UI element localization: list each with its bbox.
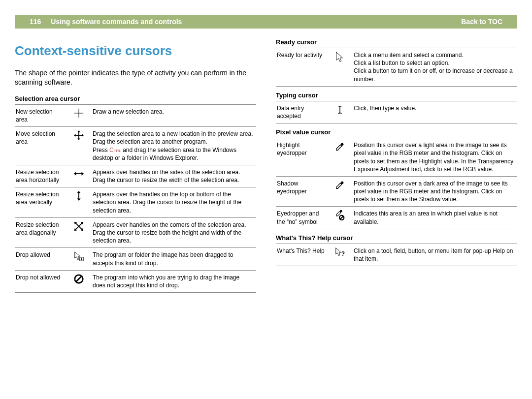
cursor-icon-cell [329, 101, 353, 123]
section-heading: What's This? Help cursor [276, 234, 517, 242]
section-heading: Selection area cursor [15, 95, 256, 102]
cursor-icon-cell [329, 138, 353, 177]
table-row: Highlight eyedropperPosition this cursor… [276, 138, 517, 177]
table-row: Eyedropper and the “no” symbolIndicates … [276, 207, 517, 229]
cursor-desc: The program into which you are trying to… [92, 270, 256, 292]
cursor-icon-cell [68, 217, 92, 248]
cursor-desc: Indicates this area is an area in which … [353, 207, 517, 229]
eyedropper-icon [334, 141, 345, 152]
cursor-name: Move selection area [15, 127, 68, 165]
cursor-icon-cell [329, 176, 353, 207]
move-icon [73, 130, 84, 141]
arrow-help-icon [334, 247, 345, 258]
cursor-name: What's This? Help [276, 244, 329, 266]
cursor-name: Highlight eyedropper [276, 138, 329, 177]
table-row: Resize selection area horizontallyAppear… [15, 165, 256, 187]
cursor-desc: Position this cursor over a dark area of… [353, 176, 517, 207]
section-selection-area: Selection area cursor New selection area… [15, 95, 256, 293]
eyedropper-icon [334, 180, 345, 190]
table-row: What's This? HelpClick on a tool, field,… [276, 244, 517, 266]
cursor-table: Highlight eyedropperPosition this cursor… [276, 138, 517, 229]
cursor-name: Resize selection area diagonally [15, 217, 68, 248]
table-row: Data entry acceptedClick, then type a va… [276, 101, 517, 123]
cursor-name: Drop allowed [15, 248, 68, 270]
crosshair-icon [73, 108, 84, 119]
table-row: Drop allowedThe program or folder the im… [15, 248, 256, 270]
cursor-name: Ready for activity [276, 48, 329, 87]
resize-v-icon [73, 190, 84, 201]
table-row: Ready for activityClick a menu item and … [276, 48, 517, 87]
table-row: Resize selection area diagonallyAppears … [15, 217, 256, 248]
cursor-table: What's This? HelpClick on a tool, field,… [276, 244, 517, 266]
table-row: Shadow eyedropperPosition this cursor ov… [276, 176, 517, 207]
section: Ready cursorReady for activityClick a me… [276, 38, 517, 87]
cursor-name: Shadow eyedropper [276, 176, 329, 207]
ibeam-icon [334, 104, 345, 115]
cursor-desc: Appears over the handles on the top or b… [92, 187, 256, 218]
arrow-icon [334, 51, 345, 62]
cursor-icon-cell [68, 248, 92, 270]
cursor-desc: Appears over handles on the corners of t… [92, 217, 256, 248]
page-number: 116 [30, 15, 41, 29]
cursor-table: New selection areaDraw a new selection a… [15, 104, 256, 293]
right-column: Ready cursorReady for activityClick a me… [276, 33, 517, 293]
cursor-icon-cell [68, 187, 92, 218]
cursor-icon-cell [329, 48, 353, 87]
section-heading: Typing cursor [276, 92, 517, 99]
cursor-table: Ready for activityClick a menu item and … [276, 48, 517, 87]
cursor-name: Eyedropper and the “no” symbol [276, 207, 329, 229]
resize-h-icon [73, 168, 84, 179]
table-row: Resize selection area verticallyAppears … [15, 187, 256, 218]
cursor-desc: Position this cursor over a light area i… [353, 138, 517, 177]
cursor-icon-cell [329, 207, 353, 229]
resize-d-icon [73, 221, 84, 232]
cursor-desc: Drag the selection area to a new locatio… [92, 127, 256, 165]
header-bar: 116 Using software commands and controls… [15, 15, 517, 29]
cursor-desc: Click, then type a value. [353, 101, 517, 123]
section-heading: Ready cursor [276, 38, 517, 46]
cursor-desc: The program or folder the image has been… [92, 248, 256, 270]
cursor-desc: Draw a new selection area. [92, 104, 256, 126]
eyedropper-no-icon [334, 210, 345, 220]
cursor-icon-cell [68, 127, 92, 165]
cursor-icon-cell [329, 244, 353, 266]
cursor-desc: Click a menu item and select a command.C… [353, 48, 517, 87]
section: Typing cursorData entry acceptedClick, t… [276, 92, 517, 123]
section-heading: Pixel value cursor [276, 128, 517, 136]
cursor-icon-cell [68, 270, 92, 292]
breadcrumb: Using software commands and controls [51, 15, 182, 29]
cursor-name: Drop not allowed [15, 270, 68, 292]
cursor-name: Data entry accepted [276, 101, 329, 123]
drop-allowed-icon [73, 251, 84, 262]
page-title: Context-sensitive cursors [15, 43, 256, 59]
intro-text: The shape of the pointer indicates the t… [15, 68, 256, 87]
cursor-icon-cell [68, 165, 92, 187]
table-row: Drop not allowedThe program into which y… [15, 270, 256, 292]
cursor-desc: Click on a tool, field, button, or menu … [353, 244, 517, 266]
drop-not-allowed-icon [73, 274, 84, 284]
cursor-name: Resize selection area horizontally [15, 165, 68, 187]
section: Pixel value cursorHighlight eyedropperPo… [276, 128, 517, 229]
left-column: Context-sensitive cursors The shape of t… [15, 33, 256, 293]
cursor-icon-cell [68, 104, 92, 126]
cursor-name: New selection area [15, 104, 68, 126]
cursor-name: Resize selection area vertically [15, 187, 68, 218]
back-to-toc-link[interactable]: Back to TOC [461, 18, 502, 26]
cursor-desc: Appears over handles on the sides of the… [92, 165, 256, 187]
table-row: Move selection areaDrag the selection ar… [15, 127, 256, 165]
cursor-table: Data entry acceptedClick, then type a va… [276, 101, 517, 123]
section: What's This? Help cursorWhat's This? Hel… [276, 234, 517, 266]
table-row: New selection areaDraw a new selection a… [15, 104, 256, 126]
